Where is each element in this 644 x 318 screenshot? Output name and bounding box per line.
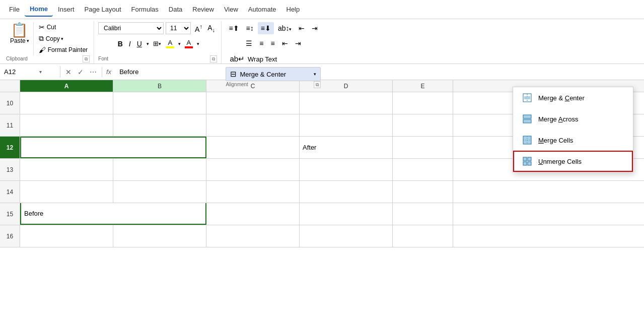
cell-D14[interactable] xyxy=(300,181,393,203)
menu-item-help[interactable]: Help xyxy=(281,3,305,16)
merge-across-option-label: Merge Across xyxy=(538,115,578,123)
menu-item-page-layout[interactable]: Page Layout xyxy=(80,3,126,16)
cell-C16[interactable] xyxy=(206,225,300,247)
cell-ref-dropdown-arrow[interactable]: ▾ xyxy=(39,69,42,75)
merge-across-option[interactable]: Merge Across xyxy=(513,108,633,130)
wrap-text-button[interactable]: ab↵ Wrap Text xyxy=(226,52,321,66)
cell-E11[interactable] xyxy=(393,114,453,136)
cell-E16[interactable] xyxy=(393,225,453,247)
menu-item-home[interactable]: Home xyxy=(25,2,53,17)
menu-item-automate[interactable]: Automate xyxy=(243,3,281,16)
fx-label: fx xyxy=(102,68,115,76)
italic-button[interactable]: I xyxy=(126,38,133,49)
underline-arrow[interactable]: ▾ xyxy=(146,40,150,48)
bold-button[interactable]: B xyxy=(115,38,125,49)
cell-E10[interactable] xyxy=(393,92,453,114)
merge-center-arrow[interactable]: ▾ xyxy=(314,72,316,77)
cell-D11[interactable] xyxy=(300,114,393,136)
row-num-15: 15 xyxy=(0,203,20,225)
merge-center-button[interactable]: ⊟ Merge & Center ▾ xyxy=(226,67,321,81)
formula-cancel-button[interactable]: ✕ xyxy=(63,67,74,77)
decrease-indent-button[interactable]: ⇤ xyxy=(279,37,291,49)
orientation-button[interactable]: ab↕▾ xyxy=(275,22,295,34)
align-center-button[interactable]: ≡ xyxy=(256,37,266,49)
menu-item-file[interactable]: File xyxy=(4,3,25,16)
cell-E14[interactable] xyxy=(393,181,453,203)
cell-C13[interactable] xyxy=(206,159,300,180)
underline-button[interactable]: U xyxy=(134,38,145,49)
cell-ref-input[interactable] xyxy=(4,68,39,76)
cell-B14[interactable] xyxy=(113,181,206,203)
cell-E13[interactable] xyxy=(393,159,453,180)
copy-button[interactable]: ⧉ Copy ▾ xyxy=(37,33,90,44)
cell-D16[interactable] xyxy=(300,225,393,247)
col-header-B[interactable]: B xyxy=(113,80,206,92)
cell-A12-merged[interactable] xyxy=(20,137,206,158)
menu-item-review[interactable]: Review xyxy=(187,3,219,16)
increase-indent-button[interactable]: ⇥ xyxy=(292,37,304,49)
align-right-button[interactable]: ≡ xyxy=(267,37,277,49)
col-header-E[interactable]: E xyxy=(393,80,453,92)
cell-A10[interactable] xyxy=(20,92,113,114)
cell-B10[interactable] xyxy=(113,92,206,114)
table-row: 14 xyxy=(0,181,644,203)
menu-item-view[interactable]: View xyxy=(219,3,243,16)
cell-B16[interactable] xyxy=(113,225,206,247)
formula-confirm-button[interactable]: ✓ xyxy=(76,67,86,77)
svg-rect-4 xyxy=(523,119,531,123)
cell-A15-merged[interactable]: Before xyxy=(20,203,206,225)
formula-bar: ▾ ✕ ✓ ⋯ fx xyxy=(0,64,644,80)
clipboard-actions: ✂ Cut ⧉ Copy ▾ 🖌 Format Painter xyxy=(37,22,90,55)
decrease-font-size-button[interactable]: A↓ xyxy=(205,22,217,34)
cell-C10[interactable] xyxy=(206,92,300,114)
menu-item-data[interactable]: Data xyxy=(164,3,187,16)
merge-cells-option[interactable]: Merge Cells xyxy=(513,130,633,151)
font-name-select[interactable]: Calibri xyxy=(98,22,164,34)
borders-button[interactable]: ⊞▾ xyxy=(151,38,163,49)
increase-font-size-button[interactable]: A↑ xyxy=(193,22,204,34)
format-painter-button[interactable]: 🖌 Format Painter xyxy=(37,45,90,55)
cell-C14[interactable] xyxy=(206,181,300,203)
col-header-A[interactable]: A xyxy=(20,80,113,92)
align-middle-button[interactable]: ≡↕ xyxy=(243,22,257,34)
align-bottom-button[interactable]: ≡⬇ xyxy=(258,22,274,34)
clipboard-group: 📋 Paste ▾ ✂ Cut ⧉ Copy ▾ xyxy=(2,21,94,63)
cell-B11[interactable] xyxy=(113,114,206,136)
cell-D13[interactable] xyxy=(300,159,393,180)
formula-more-button[interactable]: ⋯ xyxy=(88,67,99,77)
clipboard-expand-button[interactable]: ⧉ xyxy=(83,55,90,62)
formula-bar-actions: ✕ ✓ ⋯ xyxy=(60,67,102,77)
cell-B13[interactable] xyxy=(113,159,206,180)
highlight-arrow[interactable]: ▾ xyxy=(177,40,182,48)
font-expand-button[interactable]: ⧉ xyxy=(210,55,217,62)
menu-item-insert[interactable]: Insert xyxy=(53,3,80,16)
cell-A13[interactable] xyxy=(20,159,113,180)
indent-decrease-button[interactable]: ⇤ xyxy=(296,22,308,34)
merge-center-option[interactable]: Merge & Center xyxy=(513,87,633,108)
cell-C15[interactable] xyxy=(206,203,300,225)
alignment-expand-button[interactable]: ⧉ xyxy=(314,81,321,88)
menu-item-formulas[interactable]: Formulas xyxy=(126,3,164,16)
cell-A16[interactable] xyxy=(20,225,113,247)
row-num-10: 10 xyxy=(0,92,20,114)
cell-D15[interactable] xyxy=(300,203,393,225)
font-color-button[interactable]: A xyxy=(183,37,195,50)
indent-increase-button[interactable]: ⇥ xyxy=(309,22,321,34)
cell-C12[interactable] xyxy=(206,137,300,158)
font-color-arrow[interactable]: ▾ xyxy=(196,40,200,48)
cell-E15[interactable] xyxy=(393,203,453,225)
cell-C11[interactable] xyxy=(206,114,300,136)
align-left-button[interactable]: ☰ xyxy=(243,37,255,49)
cell-D12[interactable]: After xyxy=(300,137,393,158)
font-size-select[interactable]: 11 xyxy=(166,22,191,34)
cell-A11[interactable] xyxy=(20,114,113,136)
cut-button[interactable]: ✂ Cut xyxy=(37,22,90,32)
unmerge-cells-option[interactable]: Unmerge Cells xyxy=(513,151,633,172)
formula-input[interactable] xyxy=(115,68,644,76)
paste-button[interactable]: 📋 Paste ▾ xyxy=(6,22,34,55)
cell-A14[interactable] xyxy=(20,181,113,203)
cell-E12[interactable] xyxy=(393,137,453,158)
align-top-button[interactable]: ≡⬆ xyxy=(226,22,242,34)
highlight-color-button[interactable]: A xyxy=(164,37,176,50)
cell-D10[interactable] xyxy=(300,92,393,114)
